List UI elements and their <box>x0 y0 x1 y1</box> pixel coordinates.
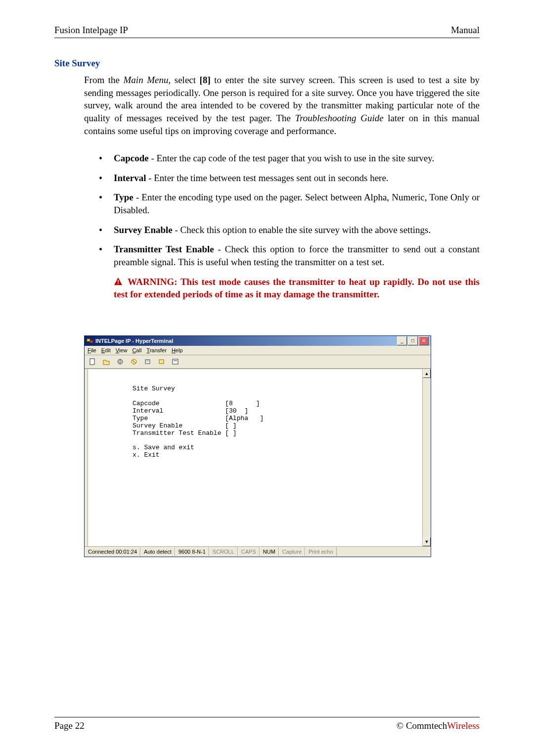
minimize-button[interactable]: _ <box>397 336 407 345</box>
disconnect-icon[interactable] <box>128 356 140 367</box>
status-baud: 9600 8-N-1 <box>175 547 209 556</box>
intro-pre: From the <box>84 75 124 85</box>
status-caps: CAPS <box>238 547 260 556</box>
status-printecho: Print echo <box>305 547 337 556</box>
scroll-up-icon[interactable]: ▲ <box>423 369 431 378</box>
terminal-area: Site Survey Capcode [8 ] Interval [30 ] … <box>85 369 431 546</box>
properties-icon[interactable] <box>170 356 181 367</box>
footer-page: Page 22 <box>54 720 85 731</box>
bullet-label: Survey Enable <box>114 225 173 235</box>
bullet-text: - Check this option to enable the site s… <box>173 225 431 235</box>
header-left: Fusion Intelpage IP <box>54 25 128 36</box>
list-item: Survey Enable - Check this option to ena… <box>99 224 480 236</box>
intro-main-menu: Main Menu <box>124 75 169 85</box>
menu-edit[interactable]: Edit <box>101 347 111 353</box>
warning-text: WARNING: This test mode causes the trans… <box>114 277 480 300</box>
list-item: Interval - Enter the time between test m… <box>99 172 480 185</box>
toolbar <box>85 355 431 369</box>
term-title: Site Survey <box>133 385 175 392</box>
bullet-text: - Enter the encoding type used on the pa… <box>114 192 480 215</box>
window-title: INTELPage IP - HyperTerminal <box>95 338 173 344</box>
intro-paragraph: From the Main Menu, select [8] to enter … <box>84 74 480 137</box>
status-connected: Connected 00:01:24 <box>85 547 140 556</box>
status-capture: Capture <box>279 547 305 556</box>
page-footer: Page 22 © CommtechWireless <box>54 717 480 731</box>
menu-transfer[interactable]: Transfer <box>146 347 167 353</box>
terminal-edge <box>85 369 88 546</box>
app-icon <box>87 337 93 344</box>
bullet-text: - Enter the cap code of the test pager t… <box>149 153 435 163</box>
section-title: Site Survey <box>54 58 480 69</box>
svg-rect-4 <box>90 359 94 365</box>
svg-rect-8 <box>159 360 164 364</box>
bullet-label: Capcode <box>114 153 149 163</box>
bullet-label: Transmitter Test Enable <box>114 244 214 254</box>
header-right: Manual <box>451 25 480 36</box>
list-item: Transmitter Test Enable - Check this opt… <box>99 243 480 268</box>
term-capcode-value: [8 ] <box>225 400 260 407</box>
term-opt-exit: x. Exit <box>133 451 160 459</box>
bullet-label: Interval <box>114 173 146 183</box>
intro-troubleshooting-guide: Troubleshooting Guide <box>295 113 384 123</box>
bullet-label: Type <box>114 192 134 202</box>
bullet-list: Capcode - Enter the cap code of the test… <box>99 152 480 268</box>
svg-rect-9 <box>173 359 178 364</box>
menubar: File Edit View Call Transfer Help <box>85 346 431 355</box>
page-header: Fusion Intelpage IP Manual <box>54 25 480 38</box>
status-detect: Auto detect <box>140 547 175 556</box>
intro-key-8: [8] <box>200 75 211 85</box>
new-icon[interactable] <box>87 356 98 367</box>
svg-text:!: ! <box>117 279 119 285</box>
term-type-value: [Alpha ] <box>225 415 264 422</box>
term-tx-value: [ ] <box>225 429 236 437</box>
footer-copyright: © CommtechWireless <box>397 720 480 731</box>
bullet-text: - Enter the time between test messages s… <box>146 173 388 183</box>
svg-rect-10 <box>174 360 177 361</box>
close-button[interactable]: ✕ <box>419 336 429 345</box>
status-scroll: SCROLL <box>209 547 238 556</box>
terminal-content[interactable]: Site Survey Capcode [8 ] Interval [30 ] … <box>88 369 422 546</box>
list-item: Capcode - Enter the cap code of the test… <box>99 152 480 165</box>
menu-file[interactable]: File <box>88 347 96 353</box>
warning-block: ! WARNING: This test mode causes the tra… <box>114 276 480 301</box>
titlebar[interactable]: INTELPage IP - HyperTerminal _ □ ✕ <box>85 336 431 346</box>
connect-icon[interactable] <box>114 356 126 367</box>
menu-help[interactable]: Help <box>172 347 183 353</box>
scroll-down-icon[interactable]: ▼ <box>423 537 431 546</box>
term-survey-value: [ ] <box>225 422 236 429</box>
list-item: Type - Enter the encoding type used on t… <box>99 191 480 216</box>
svg-rect-3 <box>90 340 93 343</box>
open-icon[interactable] <box>100 356 112 367</box>
status-num: NUM <box>260 547 279 556</box>
term-opt-save: s. Save and exit <box>133 444 194 451</box>
intro-mid1: , select <box>168 75 199 85</box>
menu-view[interactable]: View <box>116 347 128 353</box>
statusbar: Connected 00:01:24 Auto detect 9600 8-N-… <box>85 546 431 557</box>
menu-call[interactable]: Call <box>132 347 141 353</box>
send-icon[interactable] <box>142 356 154 367</box>
maximize-button[interactable]: □ <box>408 336 418 345</box>
svg-rect-2 <box>87 339 90 341</box>
hyperterminal-window: INTELPage IP - HyperTerminal _ □ ✕ File … <box>84 335 431 557</box>
term-interval-value: [30 ] <box>225 407 248 415</box>
receive-icon[interactable] <box>156 356 168 367</box>
warning-icon: ! <box>114 277 123 285</box>
scrollbar[interactable]: ▲ ▼ <box>422 369 431 546</box>
